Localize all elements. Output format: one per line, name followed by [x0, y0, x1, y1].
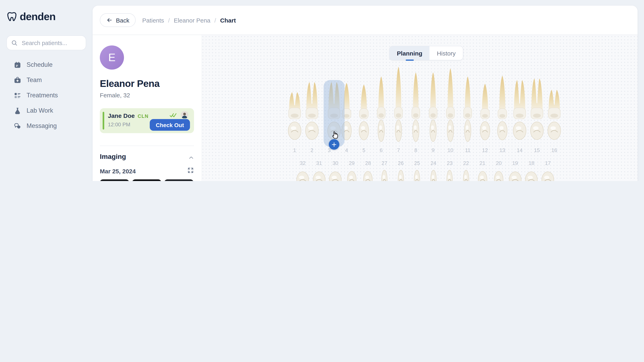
provider-avatar [181, 111, 188, 119]
tooth-2-occlusal[interactable] [305, 121, 319, 142]
search-input[interactable] [21, 39, 82, 46]
tooth-31-occlusal[interactable] [312, 171, 326, 181]
sidebar-item-treatments[interactable]: Treatments [0, 88, 92, 103]
sidebar-primary-nav: ScheduleTeamTreatmentsLab WorkMessaging [0, 57, 92, 134]
xray-thumbnail[interactable] [100, 179, 129, 181]
tooth-7-occlusal[interactable] [395, 119, 402, 144]
tooth-5-occlusal[interactable] [359, 121, 369, 142]
sidebar-item-label: Team [26, 76, 42, 84]
tooth-number: 31 [312, 160, 326, 166]
appointment-card[interactable]: Jane Doe CLN 12:00 PM Check Out [100, 108, 194, 133]
tooth-8[interactable] [411, 72, 420, 121]
tooth-16-occlusal[interactable] [548, 121, 561, 142]
tooth-14[interactable] [513, 79, 526, 121]
tooth-30-occlusal[interactable] [329, 171, 342, 181]
tooth-16[interactable] [548, 88, 561, 121]
breadcrumb-separator: / [214, 17, 216, 23]
patient-search[interactable] [6, 35, 86, 50]
tooth-number: 5 [357, 147, 371, 153]
tooth-number: 19 [508, 160, 522, 166]
panel-divider [100, 146, 194, 146]
brand-logo: denden [6, 10, 56, 23]
tooth-10-occlusal[interactable] [447, 119, 454, 144]
tooth-21-occlusal[interactable] [478, 171, 487, 181]
tooth-11-occlusal[interactable] [464, 119, 471, 144]
tooth-number: 22 [459, 160, 473, 166]
app-root: denden ScheduleTeamTreatmentsLab WorkMes… [0, 0, 644, 181]
tooth-number: 4 [340, 147, 354, 153]
tooth-24-occlusal[interactable] [430, 170, 437, 181]
tooth-number: 25 [410, 160, 424, 166]
tooth-number: 7 [392, 147, 405, 153]
tooth-32-occlusal[interactable] [296, 171, 309, 181]
calendar-icon [14, 61, 21, 69]
tooth-number: 11 [461, 147, 474, 153]
list-icon [14, 91, 21, 99]
tooth-number: 9 [426, 147, 440, 153]
imaging-date: Mar 25, 2024 [100, 168, 136, 175]
tooth-18-occlusal[interactable] [525, 171, 538, 181]
tooth-number: 28 [361, 160, 375, 166]
tooth-number: 32 [296, 160, 310, 166]
topbar: Back Patients/Eleanor Pena/Chart [92, 6, 638, 35]
tooth-28-occlusal[interactable] [363, 171, 373, 181]
sidebar-item-schedule[interactable]: Schedule [0, 57, 92, 72]
breadcrumb-item: Chart [220, 17, 236, 23]
tooth-1[interactable] [288, 91, 301, 121]
tooth-6-occlusal[interactable] [378, 119, 385, 144]
expand-icon[interactable] [187, 167, 194, 174]
tooth-5[interactable] [359, 84, 369, 121]
tooth-19-occlusal[interactable] [509, 171, 522, 181]
sidebar-item-team[interactable]: Team [0, 72, 92, 88]
tooth-29-occlusal[interactable] [347, 171, 356, 181]
chart-tab-history[interactable]: History [430, 46, 463, 60]
imaging-collapse-chevron-icon[interactable] [188, 155, 194, 160]
tooth-15[interactable] [530, 77, 544, 121]
tooth-25-occlusal[interactable] [414, 170, 420, 181]
chart-tab-planning[interactable]: Planning [390, 46, 430, 60]
tooth-9-occlusal[interactable] [430, 119, 437, 144]
tooth-17-occlusal[interactable] [541, 171, 554, 181]
check-out-button[interactable]: Check Out [150, 119, 190, 131]
main-card: Back Patients/Eleanor Pena/Chart E Elean… [92, 6, 638, 181]
sidebar-item-lab-work[interactable]: Lab Work [0, 103, 92, 118]
tooth-14-occlusal[interactable] [513, 121, 526, 142]
tooth-number: 27 [378, 160, 391, 166]
tooth-15-occlusal[interactable] [530, 121, 544, 142]
tooth-22-occlusal[interactable] [463, 170, 469, 181]
xray-thumbnail[interactable] [164, 179, 194, 181]
tooth-12-occlusal[interactable] [480, 121, 490, 142]
tooth-11[interactable] [463, 76, 472, 121]
tooth-20-occlusal[interactable] [494, 171, 504, 181]
double-check-icon [169, 112, 177, 119]
tooth-8-occlusal[interactable] [412, 119, 420, 144]
back-label: Back [116, 17, 130, 23]
tooth-6[interactable] [377, 76, 386, 121]
tooth-10[interactable] [446, 67, 455, 121]
tooth-26-occlusal[interactable] [398, 170, 404, 181]
sidebar-item-messaging[interactable]: Messaging [0, 118, 92, 134]
add-procedure-button[interactable] [329, 139, 339, 150]
tooth-13[interactable] [498, 75, 507, 121]
tooth-7[interactable] [394, 66, 403, 121]
tooth-27-occlusal[interactable] [381, 170, 388, 181]
breadcrumb-item[interactable]: Eleanor Pena [174, 17, 210, 23]
appointment-status-bar [103, 112, 104, 129]
appointment-time: 12:00 PM [108, 121, 130, 127]
back-button[interactable]: Back [100, 13, 136, 27]
tooth-number: 18 [525, 160, 538, 166]
flask-icon [14, 107, 21, 114]
sidebar-item-label: Lab Work [26, 107, 53, 114]
tooth-number: 6 [374, 147, 388, 153]
tooth-12[interactable] [480, 83, 490, 121]
tooth-chart: PlanningHistory 1 2 3 4 5 [201, 35, 638, 181]
tooth-1-occlusal[interactable] [288, 121, 302, 142]
tooth-number: 8 [409, 147, 422, 153]
tooth-2[interactable] [306, 81, 318, 121]
tooth-23-occlusal[interactable] [446, 170, 453, 181]
tooth-13-occlusal[interactable] [497, 121, 508, 142]
breadcrumb-item[interactable]: Patients [142, 17, 164, 23]
tooth-9[interactable] [429, 72, 438, 121]
tooth-number: 29 [345, 160, 359, 166]
xray-thumbnail[interactable] [132, 179, 162, 181]
